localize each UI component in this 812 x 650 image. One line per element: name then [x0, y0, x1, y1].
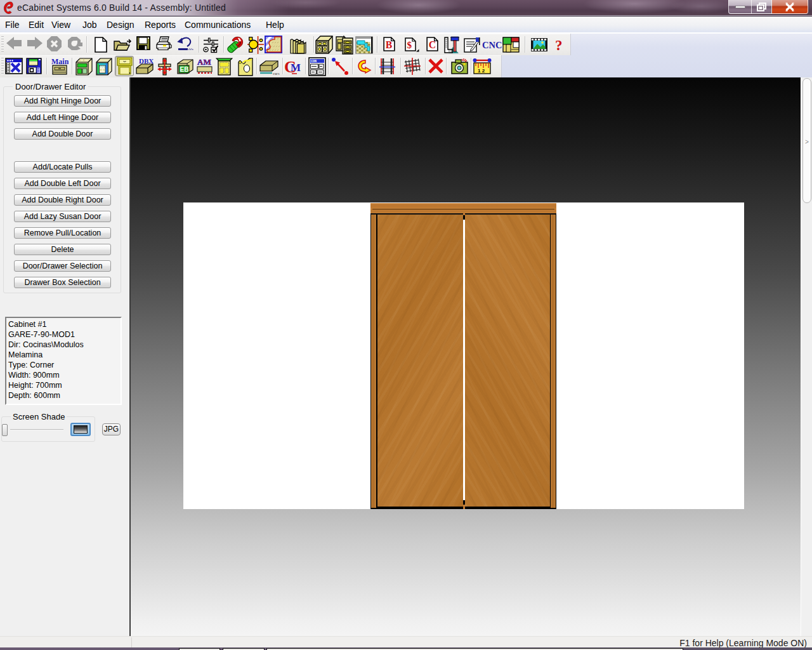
svg-text:$: $ [407, 40, 412, 50]
svg-text:1 2: 1 2 [478, 68, 485, 74]
svg-text:AM: AM [197, 57, 211, 67]
svg-text:CNC: CNC [482, 40, 502, 50]
svg-text:M: M [291, 62, 301, 74]
svg-text:C: C [429, 39, 436, 50]
svg-text:CON: CON [311, 60, 317, 63]
svg-text:Main: Main [51, 57, 69, 66]
svg-text:?: ? [555, 37, 563, 53]
svg-text:STATS: STATS [273, 73, 280, 76]
svg-text:B: B [386, 39, 393, 50]
svg-text:EB: EB [180, 66, 189, 73]
svg-text:DBX: DBX [139, 57, 154, 65]
